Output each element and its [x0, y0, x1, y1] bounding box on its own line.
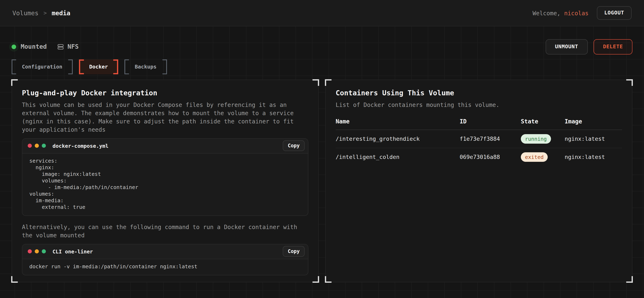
cli-filename: CLI one-liner — [52, 248, 93, 255]
container-image: nginx:latest — [565, 135, 622, 142]
tab-bar: Configuration Docker Backups — [12, 59, 632, 74]
page: Volumes > media Welcome, nicolas LOGOUT … — [0, 0, 644, 298]
corner-bracket-icon — [626, 276, 633, 283]
mounted-status-dot-icon — [12, 45, 16, 49]
cli-intro-text: Alternatively, you can use the following… — [22, 223, 308, 239]
unmount-button[interactable]: UNMOUNT — [546, 39, 588, 54]
username: nicolas — [564, 10, 588, 16]
container-image: nginx:latest — [565, 153, 622, 160]
table-row: /intelligent_colden 069e73016a88 exited … — [336, 148, 622, 166]
column-header-image: Image — [565, 118, 622, 125]
container-id: f1e73e7f3884 — [460, 135, 521, 142]
status-badge: exited — [521, 152, 548, 161]
column-header-id: ID — [460, 118, 521, 125]
column-header-state: State — [521, 118, 565, 125]
containers-panel-title: Containers Using This Volume — [336, 87, 622, 98]
traffic-amber-dot-icon — [35, 249, 39, 253]
status-row: Mounted NFS UNMOUNT DELETE — [12, 39, 632, 54]
containers-table: Name ID State Image /interesting_grothen… — [336, 111, 622, 166]
volume-actions: UNMOUNT DELETE — [546, 39, 632, 54]
traffic-red-dot-icon — [28, 249, 32, 253]
container-name: /interesting_grothendieck — [336, 135, 460, 142]
docker-panel-description: This volume can be used in your Docker C… — [22, 101, 308, 134]
traffic-green-dot-icon — [42, 249, 46, 253]
top-bar: Volumes > media Welcome, nicolas LOGOUT — [0, 0, 644, 26]
table-row: /interesting_grothendieck f1e73e7f3884 r… — [336, 130, 622, 148]
mount-status-label: Mounted — [21, 43, 47, 51]
compose-code-block: docker-compose.yml Copy services: nginx:… — [22, 138, 308, 216]
panels: Plug-and-play Docker integration This vo… — [12, 79, 632, 282]
welcome-text: Welcome, nicolas — [532, 10, 588, 16]
cli-code-block: CLI one-liner Copy docker run -v im-medi… — [22, 244, 308, 275]
server-icon — [57, 43, 64, 50]
welcome-prefix: Welcome, — [532, 10, 560, 16]
filesystem-type: NFS — [57, 43, 78, 51]
copy-compose-button[interactable]: Copy — [283, 140, 305, 151]
traffic-red-dot-icon — [28, 144, 32, 148]
tab-backups[interactable]: Backups — [124, 59, 167, 74]
compose-filename: docker-compose.yml — [52, 143, 108, 149]
table-header-row: Name ID State Image — [336, 111, 622, 130]
traffic-green-dot-icon — [42, 144, 46, 148]
fs-type-label: NFS — [68, 43, 78, 51]
containers-panel-subtitle: List of Docker containers mounting this … — [336, 101, 622, 109]
column-header-name: Name — [336, 118, 460, 125]
volume-status: Mounted NFS — [12, 43, 79, 51]
chevron-right-icon: > — [44, 10, 47, 16]
corner-bracket-icon — [11, 79, 18, 86]
container-state: exited — [521, 152, 565, 161]
corner-bracket-icon — [312, 79, 319, 86]
tab-configuration[interactable]: Configuration — [12, 59, 73, 74]
cli-code: docker run -v im-media:/path/in/containe… — [22, 259, 308, 275]
breadcrumb-current-volume: media — [52, 9, 70, 17]
container-id: 069e73016a88 — [460, 153, 521, 160]
logout-button[interactable]: LOGOUT — [597, 6, 632, 20]
corner-bracket-icon — [626, 79, 633, 86]
corner-bracket-icon — [312, 276, 319, 283]
compose-code-header: docker-compose.yml Copy — [22, 139, 308, 153]
header-right: Welcome, nicolas LOGOUT — [532, 6, 632, 20]
main-content: Mounted NFS UNMOUNT DELETE — [0, 26, 644, 298]
copy-cli-button[interactable]: Copy — [283, 246, 305, 257]
docker-integration-panel: Plug-and-play Docker integration This vo… — [12, 79, 319, 282]
corner-bracket-icon — [325, 79, 332, 86]
cli-code-header: CLI one-liner Copy — [22, 244, 308, 259]
docker-panel-title: Plug-and-play Docker integration — [22, 87, 308, 98]
delete-button[interactable]: DELETE — [594, 39, 632, 54]
traffic-amber-dot-icon — [35, 144, 39, 148]
corner-bracket-icon — [11, 276, 18, 283]
breadcrumb-volumes-link[interactable]: Volumes — [12, 9, 38, 17]
corner-bracket-icon — [325, 276, 332, 283]
containers-panel: Containers Using This Volume List of Doc… — [325, 79, 632, 282]
compose-code: services: nginx: image: nginx:latest vol… — [22, 153, 308, 215]
tab-docker[interactable]: Docker — [79, 59, 118, 74]
status-badge: running — [521, 134, 551, 144]
breadcrumb: Volumes > media — [12, 9, 70, 17]
container-state: running — [521, 134, 565, 144]
container-name: /intelligent_colden — [336, 153, 460, 160]
